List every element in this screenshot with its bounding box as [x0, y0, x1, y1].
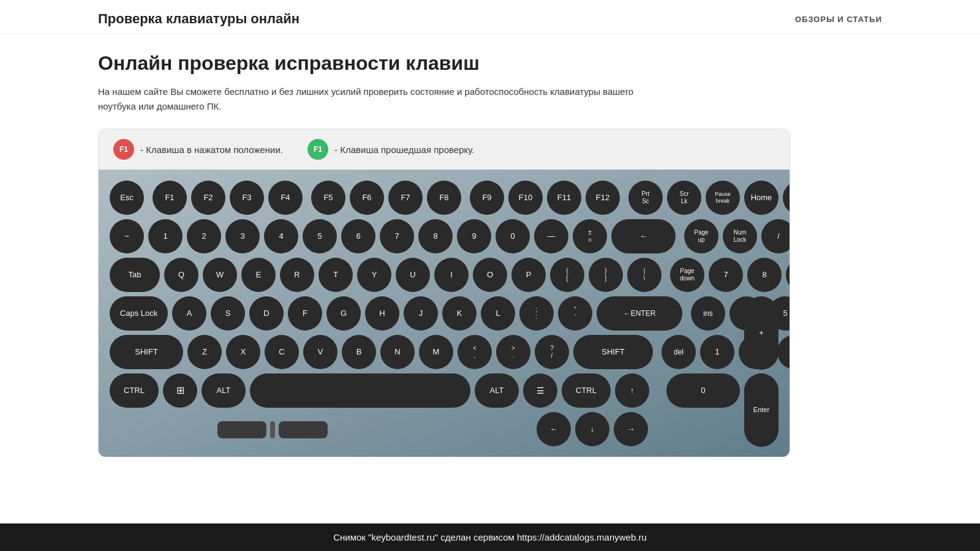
key-5[interactable]: 5	[303, 219, 337, 253]
key-shift-left[interactable]: SHIFT	[110, 335, 183, 369]
key-alt-right[interactable]: ALT	[475, 373, 519, 408]
key-space[interactable]	[250, 373, 470, 408]
key-ins[interactable]: ins	[691, 296, 725, 331]
key-f1[interactable]: F1	[153, 181, 187, 215]
key-r[interactable]: R	[280, 258, 314, 292]
key-b[interactable]: B	[342, 335, 376, 369]
key-f11[interactable]: F11	[547, 181, 581, 215]
legend-green-key: F1	[307, 139, 328, 160]
key-semicolon[interactable]: ;:	[519, 296, 554, 331]
key-backspace[interactable]: ←	[611, 219, 676, 253]
key-z[interactable]: Z	[187, 335, 222, 369]
key-6[interactable]: 6	[341, 219, 375, 253]
key-equal[interactable]: ±=	[573, 219, 607, 253]
key-y[interactable]: Y	[357, 258, 391, 292]
key-f8[interactable]: F8	[427, 181, 461, 215]
key-numlock[interactable]: NumLock	[723, 219, 757, 253]
key-tilde[interactable]: ~	[110, 219, 144, 253]
key-num3[interactable]: 3	[777, 335, 790, 369]
key-c[interactable]: C	[265, 335, 299, 369]
key-8[interactable]: 8	[418, 219, 453, 253]
key-tab[interactable]: Tab	[110, 258, 160, 292]
key-num1[interactable]: 1	[700, 335, 734, 369]
key-p[interactable]: P	[511, 258, 546, 292]
key-minus[interactable]: —	[534, 219, 568, 253]
key-f5[interactable]: F5	[311, 181, 345, 215]
nav-link[interactable]: ОБЗОРЫ И СТАТЬИ	[795, 15, 882, 24]
keyboard-board: Esc F1 F2 F3 F4 F5 F6 F7 F8 F9 F10 F11 F…	[99, 170, 790, 457]
key-g[interactable]: G	[326, 296, 361, 331]
key-uparrow[interactable]: ↑	[615, 373, 649, 408]
key-7[interactable]: 7	[380, 219, 414, 253]
key-quote[interactable]: "'	[558, 296, 592, 331]
key-v[interactable]: V	[303, 335, 337, 369]
key-0[interactable]: 0	[496, 219, 530, 253]
key-j[interactable]: J	[404, 296, 438, 331]
key-d[interactable]: D	[249, 296, 284, 331]
key-numplus[interactable]: +	[744, 296, 778, 370]
key-esc[interactable]: Esc	[110, 181, 144, 215]
key-num0[interactable]: 0	[666, 373, 740, 408]
key-f12[interactable]: F12	[586, 181, 620, 215]
key-alt-left[interactable]: ALT	[202, 373, 246, 408]
key-comma[interactable]: <,	[458, 335, 492, 369]
key-numslash[interactable]: /	[761, 219, 790, 253]
key-del[interactable]: del	[662, 335, 696, 369]
key-f6[interactable]: F6	[350, 181, 384, 215]
key-9[interactable]: 9	[457, 219, 491, 253]
key-a[interactable]: A	[172, 296, 206, 331]
key-f2[interactable]: F2	[191, 181, 225, 215]
key-e[interactable]: E	[241, 258, 276, 292]
key-num9[interactable]: 9	[786, 258, 790, 292]
key-f[interactable]: F	[288, 296, 322, 331]
key-rbracket[interactable]: }]	[589, 258, 623, 292]
key-lbracket[interactable]: {[	[550, 258, 584, 292]
key-win[interactable]: ⊞	[163, 373, 197, 408]
key-f4[interactable]: F4	[268, 181, 303, 215]
key-menu[interactable]: ☰	[523, 373, 557, 408]
key-l[interactable]: L	[481, 296, 515, 331]
key-x[interactable]: X	[226, 335, 260, 369]
key-n[interactable]: N	[380, 335, 415, 369]
key-2[interactable]: 2	[187, 219, 221, 253]
key-o[interactable]: O	[473, 258, 507, 292]
key-w[interactable]: W	[203, 258, 237, 292]
key-backslash[interactable]: |\	[627, 258, 662, 292]
key-enter[interactable]: ←ENTER	[597, 296, 682, 331]
key-t[interactable]: T	[318, 258, 353, 292]
key-num8[interactable]: 8	[747, 258, 782, 292]
key-scrlk[interactable]: ScrLk	[667, 181, 701, 215]
key-rightarrow[interactable]: →	[614, 412, 648, 446]
key-u[interactable]: U	[396, 258, 430, 292]
key-pageup[interactable]: Pageup	[684, 219, 718, 253]
key-slash[interactable]: ?/	[535, 335, 569, 369]
key-3[interactable]: 3	[225, 219, 260, 253]
key-shift-right[interactable]: SHIFT	[573, 335, 653, 369]
key-home[interactable]: Home	[744, 181, 778, 215]
key-f3[interactable]: F3	[230, 181, 264, 215]
key-num7[interactable]: 7	[709, 258, 743, 292]
key-k[interactable]: K	[442, 296, 477, 331]
key-1[interactable]: 1	[148, 219, 183, 253]
key-end[interactable]: End	[783, 181, 790, 215]
key-pause[interactable]: Pausebreak	[706, 181, 740, 215]
key-f7[interactable]: F7	[388, 181, 423, 215]
key-pagedown[interactable]: Pagedown	[670, 258, 704, 292]
key-q[interactable]: Q	[164, 258, 198, 292]
key-s[interactable]: S	[211, 296, 245, 331]
key-numenter[interactable]: Enter	[744, 373, 778, 447]
key-f10[interactable]: F10	[508, 181, 543, 215]
key-ctrl-right[interactable]: CTRL	[562, 373, 611, 408]
key-4[interactable]: 4	[264, 219, 298, 253]
key-downarrow[interactable]: ↓	[575, 412, 609, 446]
key-f9[interactable]: F9	[470, 181, 504, 215]
key-m[interactable]: M	[419, 335, 453, 369]
key-capslock[interactable]: Caps Lock	[110, 296, 168, 331]
key-ctrl-left[interactable]: CTRL	[110, 373, 159, 408]
key-i[interactable]: I	[434, 258, 469, 292]
key-h[interactable]: H	[365, 296, 399, 331]
key-leftarrow[interactable]: ←	[537, 412, 571, 446]
key-period[interactable]: >.	[496, 335, 530, 369]
key-prtsc[interactable]: PrtSc	[628, 181, 663, 215]
site-title: Проверка клавиатуры онлайн	[98, 11, 300, 27]
